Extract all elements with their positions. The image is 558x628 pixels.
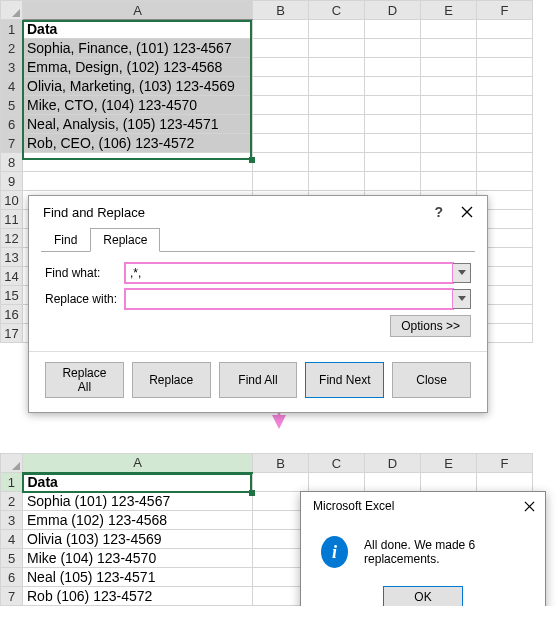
cell[interactable]: Sophia (101) 123-4567 <box>23 492 253 511</box>
cell[interactable] <box>309 77 365 96</box>
row-header[interactable]: 13 <box>1 248 23 267</box>
select-all-corner[interactable] <box>1 1 23 20</box>
column-header[interactable]: E <box>421 454 477 473</box>
cell[interactable] <box>421 20 477 39</box>
row-header[interactable]: 6 <box>1 115 23 134</box>
row-header[interactable]: 7 <box>1 134 23 153</box>
cell[interactable] <box>421 153 477 172</box>
cell[interactable]: Olivia (103) 123-4569 <box>23 530 253 549</box>
cell[interactable]: Sophia, Finance, (101) 123-4567 <box>23 39 253 58</box>
cell[interactable] <box>309 96 365 115</box>
cell[interactable]: Data <box>23 473 253 492</box>
row-header[interactable]: 1 <box>1 473 23 492</box>
cell[interactable] <box>23 172 253 191</box>
cell[interactable] <box>421 96 477 115</box>
column-header[interactable]: D <box>365 454 421 473</box>
cell[interactable] <box>365 20 421 39</box>
cell[interactable] <box>421 58 477 77</box>
row-header[interactable]: 8 <box>1 153 23 172</box>
cell[interactable] <box>365 473 421 492</box>
row-header[interactable]: 15 <box>1 286 23 305</box>
cell[interactable]: Emma (102) 123-4568 <box>23 511 253 530</box>
row-header[interactable]: 17 <box>1 324 23 343</box>
row-header[interactable]: 14 <box>1 267 23 286</box>
cell[interactable]: Data <box>23 20 253 39</box>
cell[interactable] <box>365 96 421 115</box>
cell[interactable] <box>477 172 533 191</box>
cell[interactable] <box>477 473 533 492</box>
replace-all-button[interactable]: Replace All <box>45 362 124 398</box>
row-header[interactable]: 4 <box>1 530 23 549</box>
cell[interactable] <box>253 77 309 96</box>
close-button[interactable]: Close <box>392 362 471 398</box>
cell[interactable] <box>477 77 533 96</box>
cell[interactable] <box>477 115 533 134</box>
cell[interactable]: Rob (106) 123-4572 <box>23 587 253 606</box>
cell[interactable]: Neal (105) 123-4571 <box>23 568 253 587</box>
cell[interactable]: Olivia, Marketing, (103) 123-4569 <box>23 77 253 96</box>
cell[interactable] <box>365 172 421 191</box>
row-header[interactable]: 4 <box>1 77 23 96</box>
cell[interactable] <box>309 172 365 191</box>
replace-with-dropdown[interactable] <box>453 289 471 309</box>
cell[interactable] <box>477 39 533 58</box>
cell[interactable] <box>309 134 365 153</box>
cell[interactable] <box>309 473 365 492</box>
row-header[interactable]: 2 <box>1 39 23 58</box>
find-all-button[interactable]: Find All <box>219 362 298 398</box>
cell[interactable] <box>365 134 421 153</box>
row-header[interactable]: 3 <box>1 58 23 77</box>
row-header[interactable]: 7 <box>1 587 23 606</box>
cell[interactable]: Mike (104) 123-4570 <box>23 549 253 568</box>
cell[interactable] <box>365 115 421 134</box>
cell[interactable]: Emma, Design, (102) 123-4568 <box>23 58 253 77</box>
row-header[interactable]: 5 <box>1 96 23 115</box>
messagebox-close-button[interactable] <box>524 501 535 512</box>
row-header[interactable]: 12 <box>1 229 23 248</box>
cell[interactable] <box>477 20 533 39</box>
row-header[interactable]: 10 <box>1 191 23 210</box>
cell[interactable] <box>309 39 365 58</box>
cell[interactable] <box>365 77 421 96</box>
cell[interactable] <box>253 134 309 153</box>
dialog-close-button[interactable] <box>461 206 473 218</box>
cell[interactable] <box>309 153 365 172</box>
column-header[interactable]: C <box>309 454 365 473</box>
column-header[interactable]: F <box>477 454 533 473</box>
cell[interactable] <box>365 153 421 172</box>
replace-with-input[interactable] <box>125 289 453 309</box>
cell[interactable] <box>309 20 365 39</box>
cell[interactable] <box>253 473 309 492</box>
cell[interactable] <box>23 153 253 172</box>
dialog-help-button[interactable]: ? <box>434 204 443 220</box>
column-header[interactable]: D <box>365 1 421 20</box>
replace-button[interactable]: Replace <box>132 362 211 398</box>
cell[interactable] <box>421 115 477 134</box>
find-what-input[interactable] <box>125 263 453 283</box>
row-header[interactable]: 1 <box>1 20 23 39</box>
column-header[interactable]: C <box>309 1 365 20</box>
cell[interactable] <box>309 58 365 77</box>
messagebox-ok-button[interactable]: OK <box>383 586 463 606</box>
cell[interactable] <box>421 172 477 191</box>
cell[interactable] <box>477 153 533 172</box>
tab-find[interactable]: Find <box>41 228 90 252</box>
cell[interactable]: Mike, CTO, (104) 123-4570 <box>23 96 253 115</box>
cell[interactable] <box>253 20 309 39</box>
cell[interactable] <box>253 115 309 134</box>
column-header[interactable]: A <box>23 454 253 473</box>
find-what-dropdown[interactable] <box>453 263 471 283</box>
cell[interactable] <box>421 77 477 96</box>
column-header[interactable]: F <box>477 1 533 20</box>
cell[interactable]: Rob, CEO, (106) 123-4572 <box>23 134 253 153</box>
cell[interactable] <box>309 115 365 134</box>
cell[interactable] <box>477 58 533 77</box>
cell[interactable] <box>421 473 477 492</box>
cell[interactable] <box>253 96 309 115</box>
cell[interactable]: Neal, Analysis, (105) 123-4571 <box>23 115 253 134</box>
cell[interactable] <box>253 153 309 172</box>
find-next-button[interactable]: Find Next <box>305 362 384 398</box>
row-header[interactable]: 11 <box>1 210 23 229</box>
cell[interactable] <box>365 39 421 58</box>
cell[interactable] <box>421 39 477 58</box>
